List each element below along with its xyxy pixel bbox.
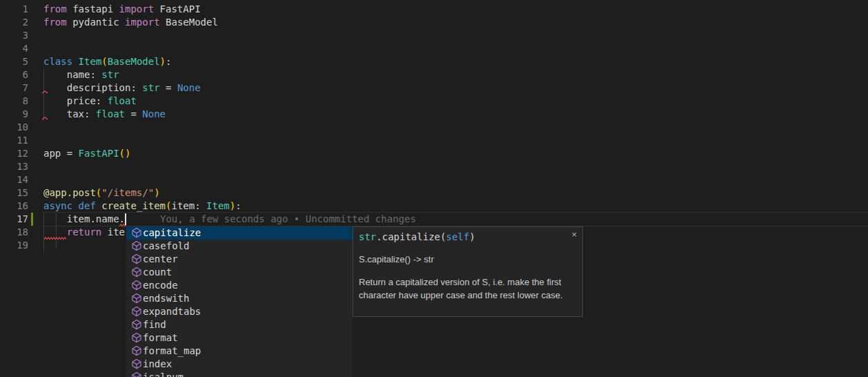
line-number[interactable]: 2 xyxy=(0,16,28,29)
code-line[interactable]: tax: float = None xyxy=(43,108,166,121)
method-icon xyxy=(131,240,142,251)
code-line[interactable]: async def create_item(item: Item): xyxy=(43,200,241,213)
suggest-item-label: format xyxy=(143,331,178,345)
gutter-modified-indicator xyxy=(31,213,33,226)
line-number[interactable]: 18 xyxy=(0,226,28,239)
code-line[interactable]: from fastapi import FastAPI xyxy=(43,3,201,16)
suggest-widget: capitalizecasefoldcentercountencodeendsw… xyxy=(126,226,353,377)
code-line[interactable]: description: str = None xyxy=(43,81,201,95)
method-icon xyxy=(131,371,142,377)
line-number[interactable]: 6 xyxy=(0,68,28,81)
code-token: str xyxy=(101,69,119,80)
suggest-item-label: expandtabs xyxy=(143,305,201,318)
line-number[interactable]: 19 xyxy=(0,239,28,252)
suggest-item-format_map[interactable]: format_map xyxy=(126,345,353,358)
docs-summary: S.capitalize() -> str xyxy=(359,253,434,265)
line-number[interactable]: 3 xyxy=(0,29,28,42)
suggest-item-label: capitalize xyxy=(143,226,201,240)
method-icon xyxy=(131,267,142,278)
code-line[interactable]: @app.post("/items/") xyxy=(43,186,160,200)
method-icon xyxy=(131,332,142,343)
vscode-editor[interactable]: 12345678910111213141516171819 from fasta… xyxy=(0,0,868,377)
code-token: import xyxy=(119,3,155,14)
code-token: None xyxy=(177,82,201,93)
suggest-item-find[interactable]: find xyxy=(126,318,353,331)
suggest-item-capitalize[interactable]: capitalize xyxy=(126,226,353,240)
code-token: float xyxy=(108,95,137,106)
line-number[interactable]: 14 xyxy=(0,173,28,186)
code-line[interactable]: app = FastAPI() xyxy=(43,147,130,160)
method-icon xyxy=(131,306,142,317)
method-icon xyxy=(131,345,142,356)
line-number[interactable]: 15 xyxy=(0,186,28,200)
suggest-item-expandtabs[interactable]: expandtabs xyxy=(126,305,353,318)
code-token: () xyxy=(119,148,131,159)
code-token: = xyxy=(160,82,177,93)
line-number[interactable]: 5 xyxy=(0,55,28,68)
code-token: .capitalize( xyxy=(376,231,446,242)
code-token: from xyxy=(43,17,67,28)
line-number[interactable]: 10 xyxy=(0,121,28,134)
code-line[interactable]: class Item(BaseModel): xyxy=(43,55,171,68)
code-token: description: xyxy=(43,82,142,93)
suggest-docs-panel: str.capitalize(self) × S.capitalize() ->… xyxy=(353,226,583,317)
suggest-item-index[interactable]: index xyxy=(126,358,353,371)
code-token: ) xyxy=(154,187,159,198)
code-token: str xyxy=(142,82,159,93)
line-number[interactable]: 12 xyxy=(0,147,28,160)
method-icon xyxy=(131,280,142,291)
code-token xyxy=(43,226,67,238)
suggest-item-label: center xyxy=(143,253,178,266)
code-token: ) xyxy=(469,231,475,242)
close-icon[interactable]: × xyxy=(571,229,577,240)
code-token: fastapi xyxy=(67,3,119,14)
line-number[interactable]: 11 xyxy=(0,134,28,147)
docs-signature: str.capitalize(self) xyxy=(359,231,475,244)
code-token: from xyxy=(43,3,67,14)
code-line[interactable]: name: str xyxy=(43,68,119,81)
suggest-item-casefold[interactable]: casefold xyxy=(126,240,353,253)
code-line[interactable]: from pydantic import BaseModel xyxy=(43,16,218,29)
code-token: tax: xyxy=(43,108,96,119)
suggest-item-label: format_map xyxy=(143,345,201,358)
code-token: float xyxy=(96,108,125,119)
code-token xyxy=(72,56,78,67)
suggest-item-encode[interactable]: encode xyxy=(126,279,353,292)
code-token: Item xyxy=(79,56,102,67)
code-token: str xyxy=(359,231,376,242)
suggest-item-label: encode xyxy=(143,279,178,292)
code-token: = xyxy=(125,108,142,119)
code-token: ite xyxy=(101,226,125,238)
code-token: @app.post xyxy=(43,187,96,198)
code-token: import xyxy=(125,17,160,28)
suggest-item-label: isalnum xyxy=(143,371,184,377)
code-token: return xyxy=(67,226,102,238)
code-token: def xyxy=(79,200,96,211)
code-token: self xyxy=(446,231,469,242)
method-icon xyxy=(131,293,142,304)
suggest-item-isalnum[interactable]: isalnum xyxy=(126,371,353,377)
line-number[interactable]: 8 xyxy=(0,95,28,108)
suggest-item-format[interactable]: format xyxy=(126,331,353,345)
line-number[interactable]: 1 xyxy=(0,3,28,16)
suggest-item-label: endswith xyxy=(143,292,189,305)
line-number[interactable]: 16 xyxy=(0,200,28,213)
suggest-item-endswith[interactable]: endswith xyxy=(126,292,353,305)
method-icon xyxy=(131,227,142,238)
suggest-item-count[interactable]: count xyxy=(126,266,353,279)
code-token: async xyxy=(43,200,72,211)
code-token: pydantic xyxy=(67,17,125,28)
code-token: ( xyxy=(101,56,107,67)
line-number[interactable]: 17 xyxy=(0,213,28,226)
code-token: create_item xyxy=(101,200,166,211)
code-token: None xyxy=(142,108,166,119)
line-number[interactable]: 9 xyxy=(0,108,28,121)
line-number[interactable]: 7 xyxy=(0,81,28,95)
suggest-item-center[interactable]: center xyxy=(126,253,353,266)
line-number[interactable]: 13 xyxy=(0,160,28,173)
code-token: : xyxy=(235,200,241,211)
error-squiggle xyxy=(42,90,48,94)
code-token: name: xyxy=(43,69,101,80)
code-line[interactable]: price: float xyxy=(43,95,137,108)
line-number[interactable]: 4 xyxy=(0,42,28,55)
